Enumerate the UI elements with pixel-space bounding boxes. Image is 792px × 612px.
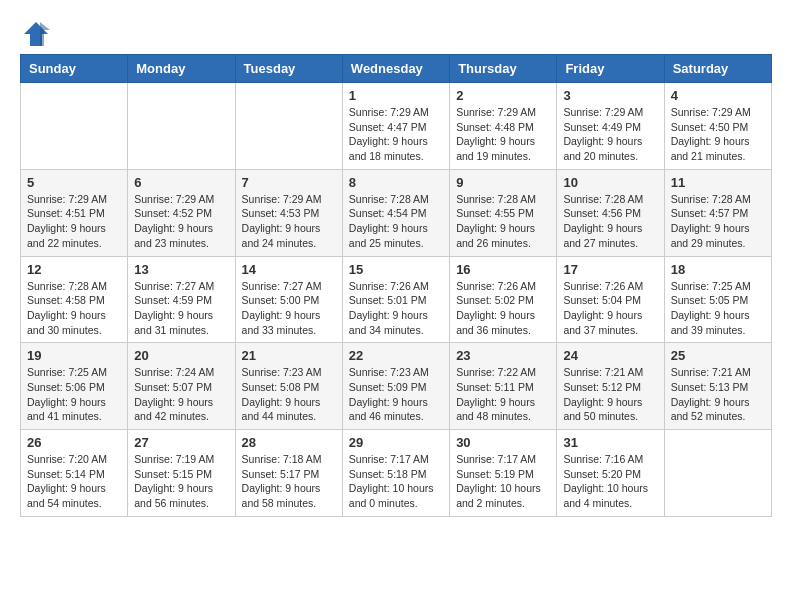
- day-number: 23: [456, 348, 550, 363]
- calendar-cell: 4Sunrise: 7:29 AMSunset: 4:50 PMDaylight…: [664, 83, 771, 170]
- calendar-week-1: 1Sunrise: 7:29 AMSunset: 4:47 PMDaylight…: [21, 83, 772, 170]
- calendar-week-4: 19Sunrise: 7:25 AMSunset: 5:06 PMDayligh…: [21, 343, 772, 430]
- day-info: Sunrise: 7:26 AMSunset: 5:04 PMDaylight:…: [563, 279, 657, 338]
- day-info: Sunrise: 7:21 AMSunset: 5:13 PMDaylight:…: [671, 365, 765, 424]
- header-cell-wednesday: Wednesday: [342, 55, 449, 83]
- day-number: 2: [456, 88, 550, 103]
- calendar-cell: 14Sunrise: 7:27 AMSunset: 5:00 PMDayligh…: [235, 256, 342, 343]
- day-number: 11: [671, 175, 765, 190]
- calendar-cell: 16Sunrise: 7:26 AMSunset: 5:02 PMDayligh…: [450, 256, 557, 343]
- day-info: Sunrise: 7:20 AMSunset: 5:14 PMDaylight:…: [27, 452, 121, 511]
- day-info: Sunrise: 7:29 AMSunset: 4:50 PMDaylight:…: [671, 105, 765, 164]
- day-number: 9: [456, 175, 550, 190]
- day-info: Sunrise: 7:16 AMSunset: 5:20 PMDaylight:…: [563, 452, 657, 511]
- calendar-cell: 17Sunrise: 7:26 AMSunset: 5:04 PMDayligh…: [557, 256, 664, 343]
- day-info: Sunrise: 7:27 AMSunset: 5:00 PMDaylight:…: [242, 279, 336, 338]
- day-number: 17: [563, 262, 657, 277]
- day-info: Sunrise: 7:28 AMSunset: 4:57 PMDaylight:…: [671, 192, 765, 251]
- day-info: Sunrise: 7:28 AMSunset: 4:55 PMDaylight:…: [456, 192, 550, 251]
- calendar-cell: [128, 83, 235, 170]
- logo-icon: [22, 20, 50, 48]
- day-info: Sunrise: 7:21 AMSunset: 5:12 PMDaylight:…: [563, 365, 657, 424]
- day-info: Sunrise: 7:27 AMSunset: 4:59 PMDaylight:…: [134, 279, 228, 338]
- day-number: 30: [456, 435, 550, 450]
- calendar-cell: 5Sunrise: 7:29 AMSunset: 4:51 PMDaylight…: [21, 169, 128, 256]
- day-info: Sunrise: 7:19 AMSunset: 5:15 PMDaylight:…: [134, 452, 228, 511]
- calendar-week-3: 12Sunrise: 7:28 AMSunset: 4:58 PMDayligh…: [21, 256, 772, 343]
- day-info: Sunrise: 7:28 AMSunset: 4:58 PMDaylight:…: [27, 279, 121, 338]
- day-number: 19: [27, 348, 121, 363]
- day-number: 3: [563, 88, 657, 103]
- day-number: 31: [563, 435, 657, 450]
- day-number: 22: [349, 348, 443, 363]
- day-number: 15: [349, 262, 443, 277]
- calendar-cell: 20Sunrise: 7:24 AMSunset: 5:07 PMDayligh…: [128, 343, 235, 430]
- calendar-cell: 11Sunrise: 7:28 AMSunset: 4:57 PMDayligh…: [664, 169, 771, 256]
- calendar-cell: 19Sunrise: 7:25 AMSunset: 5:06 PMDayligh…: [21, 343, 128, 430]
- calendar-cell: 7Sunrise: 7:29 AMSunset: 4:53 PMDaylight…: [235, 169, 342, 256]
- calendar-cell: 3Sunrise: 7:29 AMSunset: 4:49 PMDaylight…: [557, 83, 664, 170]
- calendar-table: SundayMondayTuesdayWednesdayThursdayFrid…: [20, 54, 772, 517]
- header-cell-monday: Monday: [128, 55, 235, 83]
- day-number: 26: [27, 435, 121, 450]
- header-cell-tuesday: Tuesday: [235, 55, 342, 83]
- day-number: 20: [134, 348, 228, 363]
- calendar-cell: 6Sunrise: 7:29 AMSunset: 4:52 PMDaylight…: [128, 169, 235, 256]
- header-cell-friday: Friday: [557, 55, 664, 83]
- day-number: 7: [242, 175, 336, 190]
- day-info: Sunrise: 7:29 AMSunset: 4:52 PMDaylight:…: [134, 192, 228, 251]
- header: [20, 20, 772, 44]
- calendar-cell: 8Sunrise: 7:28 AMSunset: 4:54 PMDaylight…: [342, 169, 449, 256]
- day-info: Sunrise: 7:29 AMSunset: 4:49 PMDaylight:…: [563, 105, 657, 164]
- day-info: Sunrise: 7:28 AMSunset: 4:54 PMDaylight:…: [349, 192, 443, 251]
- header-cell-saturday: Saturday: [664, 55, 771, 83]
- calendar-week-2: 5Sunrise: 7:29 AMSunset: 4:51 PMDaylight…: [21, 169, 772, 256]
- calendar-cell: 23Sunrise: 7:22 AMSunset: 5:11 PMDayligh…: [450, 343, 557, 430]
- day-number: 24: [563, 348, 657, 363]
- calendar-cell: 12Sunrise: 7:28 AMSunset: 4:58 PMDayligh…: [21, 256, 128, 343]
- calendar-cell: [21, 83, 128, 170]
- day-number: 29: [349, 435, 443, 450]
- day-number: 8: [349, 175, 443, 190]
- day-info: Sunrise: 7:17 AMSunset: 5:18 PMDaylight:…: [349, 452, 443, 511]
- day-info: Sunrise: 7:26 AMSunset: 5:02 PMDaylight:…: [456, 279, 550, 338]
- day-number: 6: [134, 175, 228, 190]
- day-info: Sunrise: 7:29 AMSunset: 4:48 PMDaylight:…: [456, 105, 550, 164]
- calendar-cell: 9Sunrise: 7:28 AMSunset: 4:55 PMDaylight…: [450, 169, 557, 256]
- calendar-cell: 26Sunrise: 7:20 AMSunset: 5:14 PMDayligh…: [21, 430, 128, 517]
- day-info: Sunrise: 7:26 AMSunset: 5:01 PMDaylight:…: [349, 279, 443, 338]
- day-info: Sunrise: 7:29 AMSunset: 4:47 PMDaylight:…: [349, 105, 443, 164]
- calendar-cell: 2Sunrise: 7:29 AMSunset: 4:48 PMDaylight…: [450, 83, 557, 170]
- day-number: 28: [242, 435, 336, 450]
- calendar-cell: 30Sunrise: 7:17 AMSunset: 5:19 PMDayligh…: [450, 430, 557, 517]
- day-number: 5: [27, 175, 121, 190]
- day-number: 13: [134, 262, 228, 277]
- calendar-header-row: SundayMondayTuesdayWednesdayThursdayFrid…: [21, 55, 772, 83]
- day-info: Sunrise: 7:25 AMSunset: 5:05 PMDaylight:…: [671, 279, 765, 338]
- logo: [20, 20, 50, 44]
- day-number: 12: [27, 262, 121, 277]
- calendar-cell: 24Sunrise: 7:21 AMSunset: 5:12 PMDayligh…: [557, 343, 664, 430]
- day-info: Sunrise: 7:18 AMSunset: 5:17 PMDaylight:…: [242, 452, 336, 511]
- calendar-cell: 10Sunrise: 7:28 AMSunset: 4:56 PMDayligh…: [557, 169, 664, 256]
- day-number: 18: [671, 262, 765, 277]
- day-info: Sunrise: 7:17 AMSunset: 5:19 PMDaylight:…: [456, 452, 550, 511]
- header-cell-thursday: Thursday: [450, 55, 557, 83]
- day-number: 16: [456, 262, 550, 277]
- day-info: Sunrise: 7:29 AMSunset: 4:53 PMDaylight:…: [242, 192, 336, 251]
- day-info: Sunrise: 7:22 AMSunset: 5:11 PMDaylight:…: [456, 365, 550, 424]
- calendar-cell: [664, 430, 771, 517]
- day-info: Sunrise: 7:29 AMSunset: 4:51 PMDaylight:…: [27, 192, 121, 251]
- day-number: 21: [242, 348, 336, 363]
- day-info: Sunrise: 7:24 AMSunset: 5:07 PMDaylight:…: [134, 365, 228, 424]
- calendar-body: 1Sunrise: 7:29 AMSunset: 4:47 PMDaylight…: [21, 83, 772, 517]
- day-info: Sunrise: 7:28 AMSunset: 4:56 PMDaylight:…: [563, 192, 657, 251]
- calendar-cell: 15Sunrise: 7:26 AMSunset: 5:01 PMDayligh…: [342, 256, 449, 343]
- day-number: 4: [671, 88, 765, 103]
- calendar-cell: 21Sunrise: 7:23 AMSunset: 5:08 PMDayligh…: [235, 343, 342, 430]
- calendar-cell: 27Sunrise: 7:19 AMSunset: 5:15 PMDayligh…: [128, 430, 235, 517]
- calendar-cell: 25Sunrise: 7:21 AMSunset: 5:13 PMDayligh…: [664, 343, 771, 430]
- day-number: 27: [134, 435, 228, 450]
- day-number: 14: [242, 262, 336, 277]
- day-info: Sunrise: 7:23 AMSunset: 5:09 PMDaylight:…: [349, 365, 443, 424]
